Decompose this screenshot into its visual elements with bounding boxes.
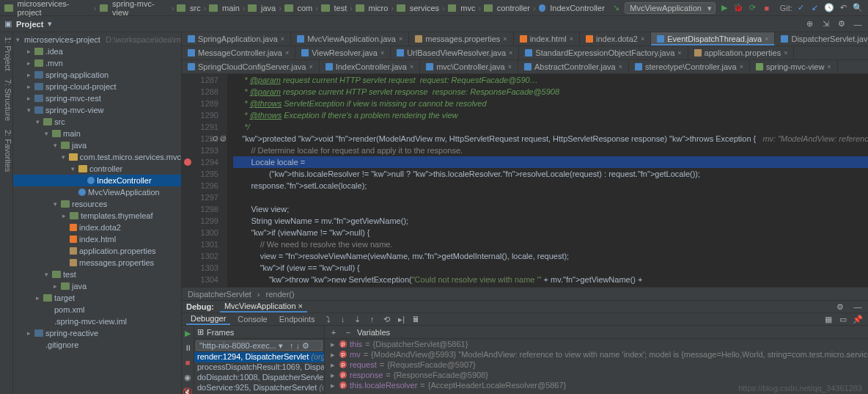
editor-tab[interactable]: MvcViewApplication.java×	[291, 32, 409, 45]
tree-node[interactable]: ▸target	[13, 292, 181, 304]
close-icon[interactable]: ×	[399, 35, 402, 43]
stack-frame[interactable]: doService:925, DispatcherServlet (org.sp…	[194, 383, 324, 393]
tree-node[interactable]: ▸.mvn	[13, 57, 181, 69]
build-icon[interactable]: ↘	[611, 2, 622, 14]
pin-icon[interactable]: 📌	[852, 313, 864, 325]
close-icon[interactable]: ×	[677, 49, 681, 56]
variable-row[interactable]: ▸p response = {ResponseFacade@5908}	[325, 370, 868, 380]
close-icon[interactable]: ×	[740, 63, 743, 70]
crumb[interactable]: main	[222, 4, 240, 12]
evaluate-icon[interactable]: 🖩	[411, 313, 422, 325]
tree-node[interactable]: index.html	[13, 233, 181, 245]
editor-tab[interactable]: DispatcherServlet.java×	[775, 32, 868, 45]
tree-node[interactable]: ▸java	[13, 280, 181, 292]
tree-node[interactable]: .gitignore	[13, 339, 181, 351]
tree-node[interactable]: ▸spring-reactive	[13, 327, 181, 339]
variable-row[interactable]: ▸p this = {DispatcherServlet@5861}	[325, 339, 868, 349]
tree-node[interactable]: ▸.idea	[13, 45, 181, 57]
layout-icon[interactable]: ▦	[823, 313, 834, 325]
run-config-dropdown[interactable]: MvcViewApplication	[625, 2, 716, 14]
close-icon[interactable]: ×	[827, 63, 831, 70]
tree-node[interactable]: ▸templates.thymeleaf	[13, 210, 181, 222]
tree-node[interactable]: MvcViewApplication	[13, 186, 181, 198]
settings-icon[interactable]: ⚙	[834, 301, 846, 313]
close-icon[interactable]: ×	[281, 35, 284, 43]
console-tab[interactable]: Console	[233, 314, 271, 324]
breadcrumb-method[interactable]: render()	[266, 290, 295, 299]
vcs-update-icon[interactable]: ✓	[795, 2, 806, 14]
tree-node[interactable]: ▸spring-application	[13, 69, 181, 81]
editor-tab[interactable]: StandardExpressionObjectFactory.java×	[519, 46, 688, 59]
tree-node[interactable]: application.properties	[13, 245, 181, 257]
editor-tab[interactable]: SpringCloudConfigServer.java×	[182, 60, 320, 73]
crumb[interactable]: spring-mvc-view	[112, 0, 169, 17]
tree-node[interactable]: ▾java	[13, 139, 181, 151]
crumb[interactable]: controller	[497, 4, 530, 12]
close-icon[interactable]: ×	[784, 49, 787, 56]
tab-favorites[interactable]: 2: Favorites	[0, 130, 12, 172]
search-icon[interactable]: 🔍	[853, 2, 864, 14]
close-icon[interactable]: ×	[380, 49, 384, 56]
crumb[interactable]: src	[190, 4, 201, 12]
remove-watch-icon[interactable]: −	[342, 326, 354, 338]
crumb[interactable]: test	[334, 4, 347, 12]
hide-icon[interactable]: —	[852, 18, 864, 30]
crumb[interactable]: com	[298, 4, 313, 12]
editor-tab[interactable]: spring-mvc-view×	[750, 60, 838, 73]
debug-icon[interactable]: 🐞	[732, 2, 743, 14]
editor-tab[interactable]: UrlBasedViewResolver.java×	[391, 46, 519, 59]
settings-icon[interactable]: ⚙	[836, 18, 847, 30]
editor-tab[interactable]: MessageController.java×	[182, 46, 295, 59]
scroll-from-source-icon[interactable]: ⊕	[803, 18, 815, 30]
editor-tab[interactable]: SpringApplication.java×	[182, 32, 291, 45]
coverage-icon[interactable]: ⟳	[747, 2, 758, 14]
tree-node[interactable]: ▾microservices-projectD:\workspace\idea\…	[13, 34, 181, 45]
run-icon[interactable]: ▶	[718, 2, 729, 14]
code-body[interactable]: * @param request current HTTP servlet re…	[227, 74, 868, 287]
stop-icon[interactable]: ■	[761, 2, 772, 14]
editor-tab[interactable]: application.properties×	[688, 46, 795, 59]
tree-node[interactable]: ▾src	[13, 116, 181, 128]
editor-tab[interactable]: messages.properties×	[409, 32, 513, 45]
tree-node[interactable]: ▾controller	[13, 163, 181, 175]
step-into-icon[interactable]: ↓	[337, 313, 349, 325]
editor-tab[interactable]: ViewResolver.java×	[295, 46, 391, 59]
editor-tab[interactable]: AbstractController.java×	[518, 60, 629, 73]
drop-frame-icon[interactable]: ⟲	[381, 313, 393, 325]
close-icon[interactable]: ×	[509, 49, 512, 56]
tree-node[interactable]: ▸spring-cloud-project	[13, 81, 181, 92]
close-icon[interactable]: ×	[285, 49, 289, 56]
close-icon[interactable]: ×	[309, 63, 312, 70]
dropdown-icon[interactable]: ▾	[48, 19, 52, 29]
tree-node[interactable]: pom.xml	[13, 304, 181, 315]
tree-node[interactable]: ▾spring-mvc-view	[13, 104, 181, 116]
crumb[interactable]: mvc	[460, 4, 475, 12]
tree-node[interactable]: messages.properties	[13, 257, 181, 269]
gutter[interactable]: 128712881289129012911292↓O @129312941295…	[182, 74, 227, 287]
variable-row[interactable]: ▸p mv = {ModelAndView@5993} "ModelAndVie…	[325, 349, 868, 360]
crumb[interactable]: IndexController	[550, 4, 605, 12]
close-icon[interactable]: ×	[570, 35, 573, 43]
crumb[interactable]: services	[410, 4, 439, 12]
editor-tab[interactable]: IndexController.java×	[320, 60, 421, 73]
close-icon[interactable]: ×	[619, 63, 622, 70]
endpoints-tab[interactable]: Endpoints	[275, 314, 320, 324]
stack-frame[interactable]: doDispatch:1008, DispatcherServlet (org.…	[194, 373, 324, 383]
stack-frame[interactable]: processDispatchResult:1069, DispatcherSe	[194, 362, 324, 373]
close-icon[interactable]: ×	[508, 63, 512, 70]
tree-node[interactable]: ▸spring-mvc-rest	[13, 92, 181, 104]
close-icon[interactable]: ×	[641, 35, 644, 43]
editor-tab[interactable]: stereotype\Controller.java×	[629, 60, 750, 73]
close-icon[interactable]: ×	[298, 302, 303, 310]
revert-icon[interactable]: ↶	[838, 2, 849, 14]
stack-frame[interactable]: render:1294, DispatcherServlet (org.spri…	[194, 352, 324, 362]
run-to-cursor-icon[interactable]: ▸|	[396, 313, 408, 325]
debugger-tab[interactable]: Debugger	[186, 313, 230, 325]
tree-node[interactable]: ▾test	[13, 269, 181, 280]
minimize-icon[interactable]: —	[852, 301, 864, 313]
close-icon[interactable]: ×	[765, 35, 768, 43]
close-icon[interactable]: ×	[503, 35, 507, 43]
tree-node[interactable]: ▾com.test.micro.services.mvc	[13, 151, 181, 163]
step-out-icon[interactable]: ↑	[367, 313, 378, 325]
force-step-into-icon[interactable]: ⇣	[352, 313, 364, 325]
